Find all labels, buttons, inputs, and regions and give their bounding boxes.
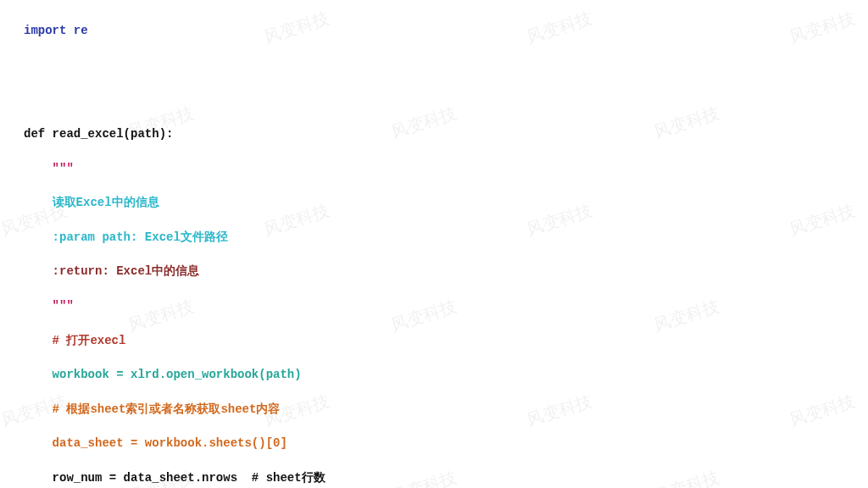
code-line — [24, 91, 868, 108]
code-block: import re def read_excel(path): """ 读取Ex… — [0, 0, 868, 488]
code-line: """ — [24, 160, 868, 177]
code-line: workbook = xlrd.open_workbook(path) — [24, 366, 868, 383]
code-line: import re — [24, 22, 868, 39]
code-line: # 根据sheet索引或者名称获取sheet内容 — [24, 401, 868, 418]
code-line — [24, 57, 868, 74]
code-line: :return: Excel中的信息 — [24, 263, 868, 280]
code-line: row_num = data_sheet.nrows # sheet行数 — [24, 469, 868, 486]
code-line: # 打开execl — [24, 332, 868, 349]
code-line: """ — [24, 297, 868, 314]
code-line: :param path: Excel文件路径 — [24, 229, 868, 246]
code-line: data_sheet = workbook.sheets()[0] — [24, 435, 868, 452]
code-line: 读取Excel中的信息 — [24, 194, 868, 211]
code-line: def read_excel(path): — [24, 125, 868, 142]
